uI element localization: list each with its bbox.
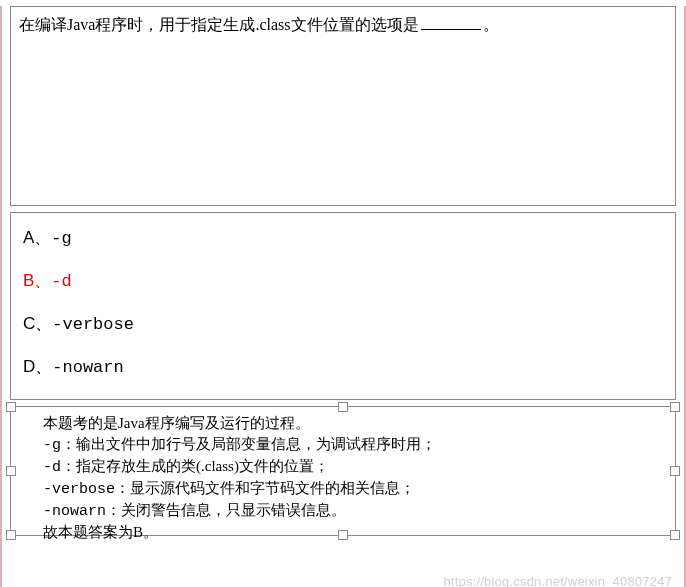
explanation-text: 本题考的是Java程序编写及运行的过程。 -g：输出文件中加行号及局部变量信息，… xyxy=(17,413,669,543)
flag-d-desc: 指定存放生成的类(.class)文件的位置； xyxy=(76,458,329,474)
explain-line-6: 故本题答案为B。 xyxy=(43,522,663,543)
resize-handle-top-center[interactable] xyxy=(338,402,348,412)
resize-handle-left-center[interactable] xyxy=(6,466,16,476)
option-c[interactable]: C、-verbose xyxy=(23,313,663,336)
option-b[interactable]: B、-d xyxy=(23,270,663,293)
fill-blank xyxy=(421,16,481,30)
option-label: D、 xyxy=(23,357,52,376)
resize-handle-bottom-left[interactable] xyxy=(6,530,16,540)
explain-line-3: -d：指定存放生成的类(.class)文件的位置； xyxy=(43,456,663,478)
flag-nowarn: -nowarn： xyxy=(43,503,121,520)
options-section: A、-g B、-d C、-verbose D、-nowarn xyxy=(10,212,676,400)
flag-d: -d： xyxy=(43,459,76,476)
option-label: B、 xyxy=(23,271,51,290)
flag-verbose: -verbose： xyxy=(43,481,130,498)
option-value: -g xyxy=(51,229,71,248)
watermark-text: https://blog.csdn.net/weixin_40807247 xyxy=(443,574,672,587)
resize-handle-top-right[interactable] xyxy=(670,402,680,412)
flag-g-desc: 输出文件中加行号及局部变量信息，为调试程序时用； xyxy=(76,436,436,452)
option-value: -verbose xyxy=(52,315,134,334)
explain-line-5: -nowarn：关闭警告信息，只显示错误信息。 xyxy=(43,500,663,522)
explain-line-2: -g：输出文件中加行号及局部变量信息，为调试程序时用； xyxy=(43,434,663,456)
question-prefix: 在编译Java程序时，用于指定生成.class文件位置的选项是 xyxy=(19,16,419,33)
resize-handle-top-left[interactable] xyxy=(6,402,16,412)
option-label: A、 xyxy=(23,228,51,247)
option-a[interactable]: A、-g xyxy=(23,227,663,250)
question-section: 在编译Java程序时，用于指定生成.class文件位置的选项是。 xyxy=(10,6,676,206)
resize-handle-bottom-right[interactable] xyxy=(670,530,680,540)
explain-line-1: 本题考的是Java程序编写及运行的过程。 xyxy=(43,413,663,434)
question-text: 在编译Java程序时，用于指定生成.class文件位置的选项是。 xyxy=(19,13,667,37)
explanation-section[interactable]: 本题考的是Java程序编写及运行的过程。 -g：输出文件中加行号及局部变量信息，… xyxy=(10,406,676,536)
option-value: -d xyxy=(51,272,71,291)
question-suffix: 。 xyxy=(483,16,499,33)
option-d[interactable]: D、-nowarn xyxy=(23,356,663,379)
resize-handle-right-center[interactable] xyxy=(670,466,680,476)
flag-g: -g： xyxy=(43,437,76,454)
page-frame: 在编译Java程序时，用于指定生成.class文件位置的选项是。 A、-g B、… xyxy=(0,6,686,587)
resize-handle-bottom-center[interactable] xyxy=(338,530,348,540)
flag-verbose-desc: 显示源代码文件和字节码文件的相关信息； xyxy=(130,480,415,496)
flag-nowarn-desc: 关闭警告信息，只显示错误信息。 xyxy=(121,502,346,518)
option-value: -nowarn xyxy=(52,358,123,377)
explain-line-4: -verbose：显示源代码文件和字节码文件的相关信息； xyxy=(43,478,663,500)
option-label: C、 xyxy=(23,314,52,333)
